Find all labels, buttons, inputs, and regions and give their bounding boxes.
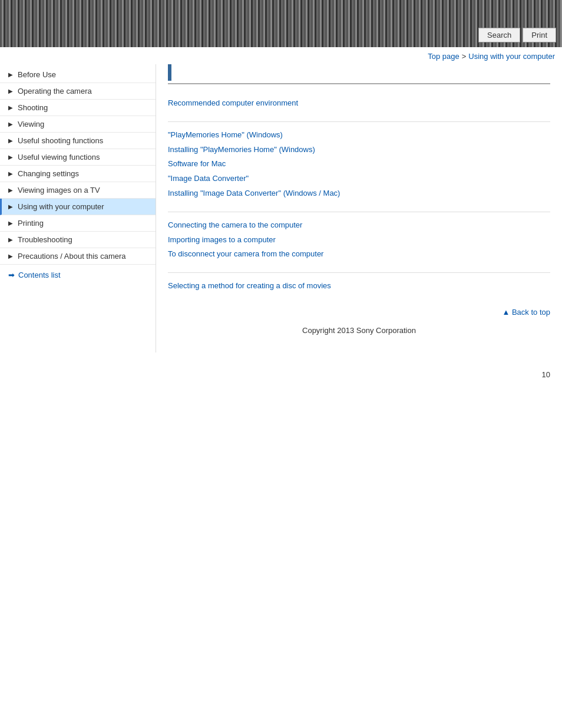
arrow-icon: ▶ [8, 154, 14, 160]
back-to-top-link[interactable]: Back to top [502, 308, 550, 317]
arrow-icon: ▶ [8, 253, 14, 259]
sidebar-item-troubleshooting[interactable]: ▶ Troubleshooting [0, 232, 156, 248]
divider-3 [168, 272, 550, 273]
sidebar-label-precautions: Precautions / About this camera [18, 252, 126, 261]
print-button[interactable]: Print [523, 28, 556, 42]
section-recommended-env: Recommended computer environment [168, 96, 550, 111]
breadcrumb-separator: > [462, 52, 467, 61]
header: Search Print [0, 0, 562, 47]
arrow-icon: ▶ [8, 137, 14, 144]
sidebar-label-troubleshooting: Troubleshooting [18, 235, 72, 244]
link-image-data-converter[interactable]: "Image Data Converter" [168, 172, 550, 186]
arrow-icon: ▶ [8, 88, 14, 94]
sidebar-item-changing-settings[interactable]: ▶ Changing settings [0, 166, 156, 182]
title-accent-bar [168, 64, 171, 81]
sidebar-label-before-use: Before Use [18, 70, 56, 79]
arrow-icon: ▶ [8, 220, 14, 226]
sidebar: ▶ Before Use ▶ Operating the camera ▶ Sh… [0, 64, 156, 353]
sidebar-item-shooting[interactable]: ▶ Shooting [0, 100, 156, 116]
breadcrumb-top-link[interactable]: Top page [428, 52, 459, 61]
sidebar-item-viewing[interactable]: ▶ Viewing [0, 116, 156, 133]
divider-1 [168, 121, 550, 122]
sidebar-label-useful-viewing: Useful viewing functions [18, 153, 100, 162]
link-importing-images[interactable]: Importing images to a computer [168, 233, 550, 248]
arrow-icon: ▶ [8, 187, 14, 193]
arrow-icon: ▶ [8, 71, 14, 78]
sidebar-label-viewing-tv: Viewing images on a TV [18, 186, 100, 195]
link-disconnect-camera[interactable]: To disconnect your camera from the compu… [168, 247, 550, 262]
sidebar-label-changing-settings: Changing settings [18, 169, 79, 178]
link-selecting-method[interactable]: Selecting a method for creating a disc o… [168, 279, 550, 294]
sidebar-label-operating-camera: Operating the camera [18, 87, 92, 95]
arrow-icon: ▶ [8, 121, 14, 127]
sidebar-label-viewing: Viewing [18, 120, 44, 129]
sidebar-label-printing: Printing [18, 219, 44, 228]
arrow-icon: ▶ [8, 170, 14, 177]
back-to-top-bar: Back to top [168, 304, 550, 320]
copyright-text: Copyright 2013 Sony Corporation [302, 326, 416, 335]
sidebar-item-using-computer[interactable]: ▶ Using with your computer [0, 199, 156, 215]
sidebar-footer: ➡ Contents list [0, 265, 156, 285]
footer-copyright: Copyright 2013 Sony Corporation [168, 320, 550, 341]
main-layout: ▶ Before Use ▶ Operating the camera ▶ Sh… [0, 64, 562, 364]
link-software-mac[interactable]: Software for Mac [168, 157, 550, 172]
search-button[interactable]: Search [478, 28, 520, 42]
divider-2 [168, 212, 550, 212]
contents-list-link[interactable]: Contents list [18, 271, 61, 279]
arrow-icon: ▶ [8, 236, 14, 243]
page-number-value: 10 [542, 370, 550, 379]
sidebar-item-before-use[interactable]: ▶ Before Use [0, 67, 156, 83]
contents-arrow-icon: ➡ [8, 271, 15, 279]
header-buttons: Search Print [478, 28, 556, 42]
content-area: Using your computer Recommended computer… [156, 64, 562, 353]
arrow-icon: ▶ [8, 203, 14, 210]
section-connecting: Connecting the camera to the computer Im… [168, 218, 550, 262]
link-installing-image-data-converter[interactable]: Installing "Image Data Converter" (Windo… [168, 186, 550, 201]
section-disc: Selecting a method for creating a disc o… [168, 279, 550, 294]
link-playmemories-home-win[interactable]: "PlayMemories Home" (Windows) [168, 128, 550, 143]
sidebar-label-shooting: Shooting [18, 103, 48, 112]
sidebar-label-useful-shooting: Useful shooting functions [18, 136, 103, 145]
link-recommended-env[interactable]: Recommended computer environment [168, 96, 550, 111]
sidebar-item-useful-viewing[interactable]: ▶ Useful viewing functions [0, 149, 156, 166]
breadcrumb-current-link[interactable]: Using with your computer [468, 52, 555, 61]
page-title-bar: Using your computer [168, 64, 550, 84]
link-connecting-camera[interactable]: Connecting the camera to the computer [168, 218, 550, 233]
sidebar-item-useful-shooting[interactable]: ▶ Useful shooting functions [0, 133, 156, 149]
breadcrumb: Top page > Using with your computer [0, 47, 562, 64]
sidebar-item-viewing-tv[interactable]: ▶ Viewing images on a TV [0, 182, 156, 199]
sidebar-item-precautions[interactable]: ▶ Precautions / About this camera [0, 248, 156, 265]
sidebar-item-printing[interactable]: ▶ Printing [0, 215, 156, 232]
link-installing-playmemories[interactable]: Installing "PlayMemories Home" (Windows) [168, 143, 550, 157]
page-number: 10 [0, 364, 562, 379]
sidebar-label-using-computer: Using with your computer [18, 202, 104, 211]
arrow-icon: ▶ [8, 104, 14, 111]
sidebar-item-operating-camera[interactable]: ▶ Operating the camera [0, 83, 156, 100]
section-software: "PlayMemories Home" (Windows) Installing… [168, 128, 550, 201]
